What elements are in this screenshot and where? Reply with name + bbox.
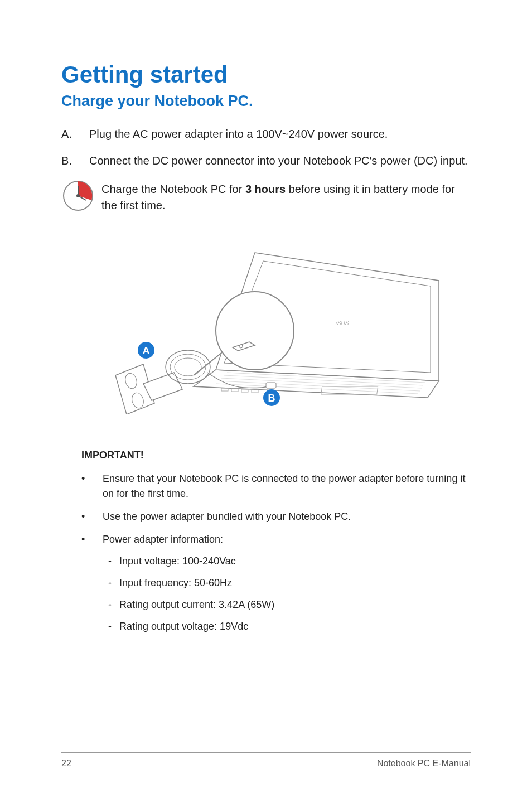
sub-bullet-list: - Input voltage: 100-240Vac - Input freq…: [103, 554, 471, 634]
step-letter: B.: [61, 152, 89, 169]
bullet-text-label: Power adapter information:: [103, 534, 223, 545]
page-number: 22: [61, 758, 71, 769]
bullet-text: Use the power adapter bundled with your …: [103, 509, 471, 524]
sub-bullet-text: Rating output voltage: 19Vdc: [119, 619, 248, 634]
step-item-b: B. Connect the DC power connector into y…: [61, 152, 471, 169]
step-list: A. Plug the AC power adapter into a 100V…: [61, 125, 471, 169]
laptop-charging-diagram: A B /SUS: [61, 230, 471, 414]
step-text: Plug the AC power adapter into a 100V~24…: [89, 125, 471, 142]
svg-rect-17: [231, 389, 238, 392]
svg-text:/SUS: /SUS: [335, 320, 349, 326]
callout-b: B: [268, 393, 275, 404]
svg-point-12: [175, 358, 201, 376]
section-subtitle: Charge your Notebook PC.: [61, 93, 471, 110]
dash-icon: -: [103, 597, 119, 612]
dash-icon: -: [103, 576, 119, 591]
step-item-a: A. Plug the AC power adapter into a 100V…: [61, 125, 471, 142]
important-bullet-list: • Ensure that your Notebook PC is connec…: [61, 471, 471, 641]
svg-point-5: [216, 292, 294, 370]
bullet-dot-icon: •: [81, 471, 103, 501]
step-text: Connect the DC power connector into your…: [89, 152, 471, 169]
bullet-dot-icon: •: [81, 532, 103, 641]
bullet-text: Power adapter information: - Input volta…: [103, 532, 471, 641]
svg-rect-19: [252, 390, 258, 393]
step-letter: A.: [61, 125, 89, 142]
sub-bullet-item: - Input voltage: 100-240Vac: [103, 554, 471, 569]
svg-rect-18: [241, 389, 248, 392]
note-bold: 3 hours: [245, 183, 286, 195]
callout-a: A: [143, 345, 150, 356]
svg-rect-16: [221, 388, 228, 391]
bullet-item: • Ensure that your Notebook PC is connec…: [61, 471, 471, 501]
clock-note-text: Charge the Notebook PC for 3 hours befor…: [101, 179, 471, 214]
sub-bullet-text: Rating output current: 3.42A (65W): [119, 597, 274, 612]
svg-rect-13: [266, 383, 276, 388]
clock-note: Charge the Notebook PC for 3 hours befor…: [61, 179, 471, 214]
page-footer: 22 Notebook PC E-Manual: [61, 752, 471, 769]
important-block: IMPORTANT! • Ensure that your Notebook P…: [61, 437, 471, 659]
sub-bullet-item: - Rating output current: 3.42A (65W): [103, 597, 471, 612]
sub-bullet-item: - Rating output voltage: 19Vdc: [103, 619, 471, 634]
doc-title: Notebook PC E-Manual: [377, 758, 471, 769]
sub-bullet-item: - Input frequency: 50-60Hz: [103, 576, 471, 591]
sub-bullet-text: Input voltage: 100-240Vac: [119, 554, 236, 569]
dash-icon: -: [103, 619, 119, 634]
bullet-item: • Power adapter information: - Input vol…: [61, 532, 471, 641]
dash-icon: -: [103, 554, 119, 569]
page-title: Getting started: [61, 61, 471, 88]
clock-icon: [61, 179, 95, 212]
bullet-dot-icon: •: [81, 509, 103, 524]
important-heading: IMPORTANT!: [81, 450, 471, 461]
note-pre: Charge the Notebook PC for: [101, 183, 245, 195]
bullet-item: • Use the power adapter bundled with you…: [61, 509, 471, 524]
sub-bullet-text: Input frequency: 50-60Hz: [119, 576, 232, 591]
bullet-text: Ensure that your Notebook PC is connecte…: [103, 471, 471, 501]
